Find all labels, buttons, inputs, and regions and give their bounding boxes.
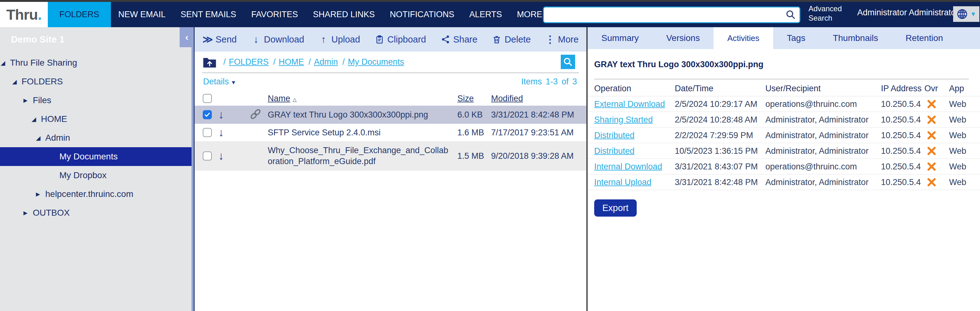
breadcrumb-separator: / bbox=[223, 57, 226, 67]
file-row[interactable]: ↓ PDF Why_Choose_Thru_File_Exchange_and_… bbox=[195, 141, 586, 171]
breadcrumb-home[interactable]: HOME bbox=[278, 57, 304, 67]
sidebar-item-outbox[interactable]: ▶ OUTBOX bbox=[0, 204, 191, 222]
share-button[interactable]: Share bbox=[441, 34, 477, 45]
activity-operation-link[interactable]: Sharing Started bbox=[594, 115, 653, 124]
tree-toggle-icon[interactable]: ◢ bbox=[36, 134, 45, 142]
file-name[interactable]: GRAY text Thru Logo 300x300x300ppi.png bbox=[268, 109, 448, 120]
tree-toggle-icon[interactable]: ▶ bbox=[36, 191, 45, 198]
file-row[interactable]: ↓ PNG GRAY text Thru Logo 300x300x300ppi… bbox=[195, 106, 586, 124]
tab-retention[interactable]: Retention bbox=[892, 27, 957, 49]
toolbar-button-label: Share bbox=[453, 34, 477, 45]
details-dropdown[interactable]: Details▼ bbox=[203, 77, 236, 86]
file-row-checkbox[interactable] bbox=[203, 110, 212, 120]
nav-item-sent-emails[interactable]: SENT EMAILS bbox=[173, 2, 244, 27]
download-button[interactable]: ↓ Download bbox=[251, 34, 304, 45]
nav-item-alerts[interactable]: ALERTS bbox=[462, 2, 509, 27]
nav-item-notifications[interactable]: NOTIFICATIONS bbox=[382, 2, 462, 27]
search-input[interactable] bbox=[543, 6, 800, 23]
tree-toggle-icon[interactable]: ▶ bbox=[24, 97, 33, 104]
sort-by-size[interactable]: Size bbox=[457, 94, 474, 104]
activities-header: Operation Date/Time User/Recipient IP Ad… bbox=[588, 81, 980, 96]
download-icon: ↓ bbox=[251, 34, 261, 45]
share-icon bbox=[441, 34, 450, 45]
tab-summary[interactable]: Summary bbox=[588, 27, 652, 49]
tab-thumbnails[interactable]: Thumbnails bbox=[819, 27, 892, 49]
clipboard-button[interactable]: Clipboard bbox=[375, 34, 426, 45]
file-row[interactable]: ↓ SFTP Service Setup 2.4.0.msi 1.6 MB 7/… bbox=[195, 124, 586, 141]
sidebar-item-folders[interactable]: ◢ FOLDERS bbox=[0, 72, 191, 91]
advanced-search-link[interactable]: Advanced Search bbox=[808, 4, 842, 23]
tab-tags[interactable]: Tags bbox=[773, 27, 819, 49]
activity-ip: 10.250.5.4 bbox=[881, 115, 921, 124]
nav-item-shared-links[interactable]: SHARED LINKS bbox=[305, 2, 382, 27]
nav-item-folders[interactable]: FOLDERS bbox=[48, 2, 111, 27]
activity-app: Web bbox=[949, 177, 966, 187]
file-name[interactable]: Why_Choose_Thru_File_Exchange_and_Collab… bbox=[268, 145, 448, 167]
toolbar-button-label: Clipboard bbox=[387, 34, 426, 45]
breadcrumb-admin[interactable]: Admin bbox=[314, 57, 338, 67]
clipboard-icon bbox=[375, 34, 385, 45]
nav-item-new-email[interactable]: NEW EMAIL bbox=[111, 2, 173, 27]
file-list: ↓ PNG GRAY text Thru Logo 300x300x300ppi… bbox=[195, 106, 586, 171]
delete-button[interactable]: Delete bbox=[492, 34, 531, 45]
sidebar-item-home[interactable]: ◢ HOME bbox=[0, 110, 191, 128]
download-icon[interactable]: ↓ bbox=[218, 149, 224, 163]
activity-ip: 10.250.5.4 bbox=[881, 146, 921, 156]
file-size: 1.5 MB bbox=[457, 151, 484, 161]
activity-operation-link[interactable]: Internal Upload bbox=[594, 177, 651, 187]
select-all-checkbox[interactable] bbox=[203, 94, 212, 103]
folder-up-icon[interactable] bbox=[203, 56, 216, 69]
folder-search-button[interactable] bbox=[561, 55, 575, 69]
file-list-header: Name△ Size Modified bbox=[195, 91, 586, 106]
sidebar-item-my-dropbox[interactable]: My Dropbox bbox=[0, 166, 191, 185]
activity-user: Administrator, Administrator bbox=[765, 115, 869, 124]
activity-user: Administrator, Administrator bbox=[765, 177, 869, 187]
breadcrumb-segment: /FOLDERS bbox=[220, 60, 270, 65]
activity-ip: 10.250.5.4 bbox=[881, 177, 921, 187]
tab-versions[interactable]: Versions bbox=[652, 27, 714, 49]
sort-by-name[interactable]: Name bbox=[268, 94, 290, 103]
sidebar-item-thru-file-sharing[interactable]: ◢ Thru File Sharing bbox=[0, 53, 191, 72]
file-list-panel: ≫ Send ↓ Download ↑ Upload Clipboard Sha… bbox=[195, 27, 586, 311]
more-button[interactable]: ⋮ More bbox=[545, 34, 579, 45]
sort-by-modified[interactable]: Modified bbox=[491, 94, 523, 104]
divider bbox=[594, 79, 969, 80]
download-icon[interactable]: ↓ bbox=[218, 126, 224, 139]
file-modified: 3/31/2021 8:42:48 PM bbox=[491, 110, 574, 120]
tree-toggle-icon[interactable]: ◢ bbox=[32, 116, 41, 123]
activity-operation-link[interactable]: Internal Download bbox=[594, 162, 662, 171]
file-modified: 9/20/2018 9:39:28 AM bbox=[491, 151, 574, 161]
send-button[interactable]: ≫ Send bbox=[203, 34, 237, 45]
tree-item-label: FOLDERS bbox=[22, 77, 63, 86]
toolbar-button-label: Upload bbox=[331, 34, 360, 45]
thru-logo[interactable]: Thru. bbox=[0, 2, 48, 27]
sidebar-item-admin[interactable]: ◢ Admin bbox=[0, 128, 191, 147]
sidebar-item-files[interactable]: ▶ Files bbox=[0, 91, 191, 110]
sidebar-item-helpcenter-thruinc-com[interactable]: ▶ helpcenter.thruinc.com bbox=[0, 185, 191, 204]
sidebar-splitter[interactable] bbox=[191, 27, 194, 311]
activity-operation-link[interactable]: Distributed bbox=[594, 130, 635, 140]
search-icon[interactable] bbox=[785, 10, 796, 20]
file-row-checkbox[interactable] bbox=[203, 152, 212, 161]
file-name[interactable]: SFTP Service Setup 2.4.0.msi bbox=[268, 127, 448, 138]
upload-button[interactable]: ↑ Upload bbox=[319, 34, 360, 45]
activity-user: operations@thruinc.com bbox=[765, 162, 857, 171]
file-row-checkbox[interactable] bbox=[203, 128, 212, 137]
tree-toggle-icon[interactable]: ▶ bbox=[24, 210, 33, 216]
nav-item-favorites[interactable]: FAVORITES bbox=[244, 2, 305, 27]
activity-operation-link[interactable]: Distributed bbox=[594, 146, 635, 156]
tree-toggle-icon[interactable]: ◢ bbox=[12, 78, 22, 85]
breadcrumb-folders[interactable]: FOLDERS bbox=[229, 57, 269, 67]
tree-toggle-icon[interactable]: ◢ bbox=[1, 59, 10, 67]
breadcrumb-separator: / bbox=[274, 57, 276, 67]
sidebar-item-my-documents[interactable]: My Documents bbox=[0, 147, 191, 166]
activity-row: External Download 2/5/2024 10:29:17 AM o… bbox=[588, 96, 980, 112]
language-selector[interactable]: ▼ bbox=[953, 6, 979, 22]
activity-user: Administrator, Administrator bbox=[765, 130, 869, 140]
activity-user: Administrator, Administrator bbox=[765, 146, 869, 156]
tab-activities[interactable]: Activities bbox=[714, 27, 773, 49]
activity-operation-link[interactable]: External Download bbox=[594, 99, 665, 109]
export-button[interactable]: Export bbox=[594, 199, 637, 217]
download-icon[interactable]: ↓ bbox=[218, 108, 224, 121]
breadcrumb-my-documents[interactable]: My Documents bbox=[348, 57, 404, 67]
